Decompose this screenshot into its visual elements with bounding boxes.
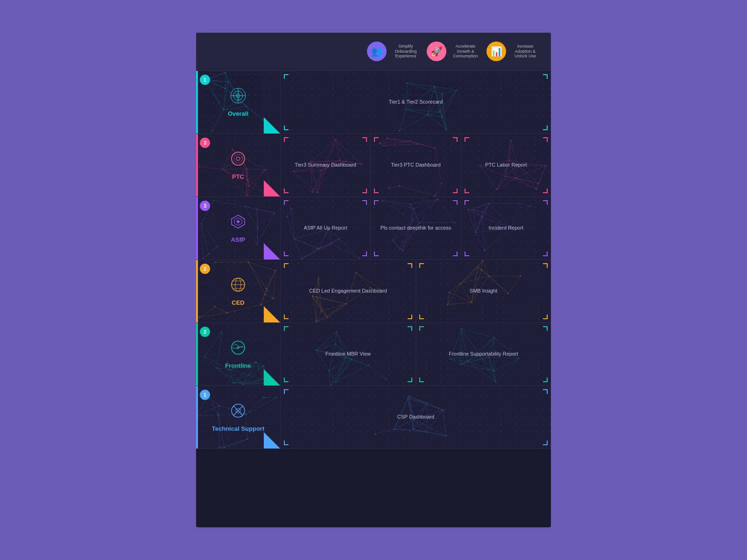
category-label-ptc: PTC [232,173,244,180]
svg-point-241 [201,223,202,224]
svg-point-372 [215,261,216,263]
svg-line-337 [468,203,489,210]
svg-line-48 [442,90,456,94]
svg-point-216 [479,165,481,167]
svg-point-276 [338,238,340,239]
report-csp-dashboard[interactable]: CSP Dashboard [280,386,551,448]
nav-label-increase: Increase Adoption & Unlock Use [509,44,542,59]
svg-point-157 [335,139,336,140]
svg-line-361 [261,294,265,305]
svg-line-252 [302,249,319,259]
report-tier3-ptc[interactable]: Tier3 PTC Dashboard [370,134,460,196]
svg-point-445 [520,275,521,277]
corner-tl [465,137,469,142]
corner-tr [453,200,458,205]
svg-point-631 [394,428,395,430]
svg-point-586 [218,405,220,406]
corner-bl [284,126,289,130]
svg-point-309 [399,248,401,250]
svg-point-68 [407,83,408,84]
report-label-frontline-mbr: Frontline MBR View [322,347,374,361]
svg-line-320 [475,233,485,251]
nav-label-simplify: Simplify Onboarding Experience [389,44,422,59]
report-ced-led[interactable]: CED Led Engagement Dashboard [280,260,416,322]
svg-point-282 [286,216,288,217]
report-frontline-mbr[interactable]: Frontline MBR View [280,323,416,385]
corner-triangle [264,180,280,196]
svg-line-544 [496,358,519,382]
report-ptc-labor[interactable]: PTC Labor Report [461,134,551,196]
svg-point-67 [456,90,457,91]
report-asfp-allup[interactable]: ASfP All Up Report [280,197,370,259]
corner-tl [284,200,289,205]
svg-line-207 [536,166,546,189]
svg-line-205 [505,176,515,178]
nav-simplify[interactable]: 👥Simplify Onboarding Experience [367,42,422,61]
svg-point-352 [481,217,483,218]
corner-tr [362,200,367,205]
nav-accelerate[interactable]: 🚀Accelerate Growth & Consumption [427,42,482,61]
badge-overall: 1 [200,75,210,85]
report-smb-insight[interactable]: SMB Insight [416,260,551,322]
corner-bl [419,378,424,382]
svg-line-95 [200,167,223,169]
section-overall: 1 OverallTier1 & Tier2 Scorecard [196,71,551,134]
svg-line-103 [249,169,266,186]
svg-point-178 [409,140,411,142]
svg-point-239 [256,209,258,210]
svg-point-411 [318,278,319,279]
corner-tr [543,200,548,205]
main-content[interactable]: 1 OverallTier1 & Tier2 Scorecard3 PTCTie… [196,71,551,527]
corner-tr [543,389,548,394]
svg-point-483 [216,367,218,369]
nav-label-accelerate: Accelerate Growth & Consumption [449,44,482,59]
svg-point-584 [196,415,197,416]
svg-line-577 [207,396,219,406]
svg-point-518 [368,364,369,366]
svg-point-66 [442,116,443,118]
svg-point-244 [274,212,275,213]
svg-line-303 [413,199,438,220]
svg-point-176 [435,195,436,196]
corner-triangle [264,117,280,133]
svg-line-171 [380,141,410,143]
svg-line-474 [217,368,233,383]
report-asfp-access[interactable]: Pls contact deepthik for access [370,197,460,259]
nav-increase[interactable]: 📊Increase Adoption & Unlock Use [486,42,542,61]
svg-line-394 [313,296,317,322]
svg-point-113 [248,185,250,187]
svg-point-379 [273,298,274,299]
svg-point-245 [256,244,258,245]
svg-point-371 [214,306,216,308]
svg-point-275 [301,258,303,259]
svg-point-242 [245,206,246,207]
report-label-ced-led: CED Led Engagement Dashboard [305,284,391,298]
svg-line-545 [467,361,494,371]
report-tier1-tier2[interactable]: Tier1 & Tier2 Scorecard [280,71,551,133]
svg-line-298 [382,201,414,209]
svg-line-422 [448,302,472,304]
svg-point-243 [257,228,259,229]
svg-line-364 [265,294,273,298]
svg-line-420 [450,283,461,292]
svg-line-580 [207,396,218,415]
svg-line-407 [317,304,346,322]
svg-point-279 [331,243,332,245]
svg-point-484 [204,356,205,357]
corner-tr [408,326,412,331]
svg-line-339 [482,203,489,217]
report-tier3-summary[interactable]: Tier3 Summary Dashboard [280,134,370,196]
svg-point-450 [481,269,482,270]
svg-line-56 [400,115,428,131]
svg-line-428 [460,261,482,283]
svg-point-219 [496,189,497,190]
svg-point-177 [383,145,385,147]
corner-bl [284,378,289,382]
corner-bl [284,441,289,445]
svg-line-222 [201,224,218,246]
report-frontline-support[interactable]: Frontline Supportability Report [416,323,551,385]
report-incident[interactable]: Incident Report [461,197,551,259]
svg-line-388 [321,311,327,317]
svg-line-598 [408,399,443,410]
svg-line-419 [448,292,450,304]
